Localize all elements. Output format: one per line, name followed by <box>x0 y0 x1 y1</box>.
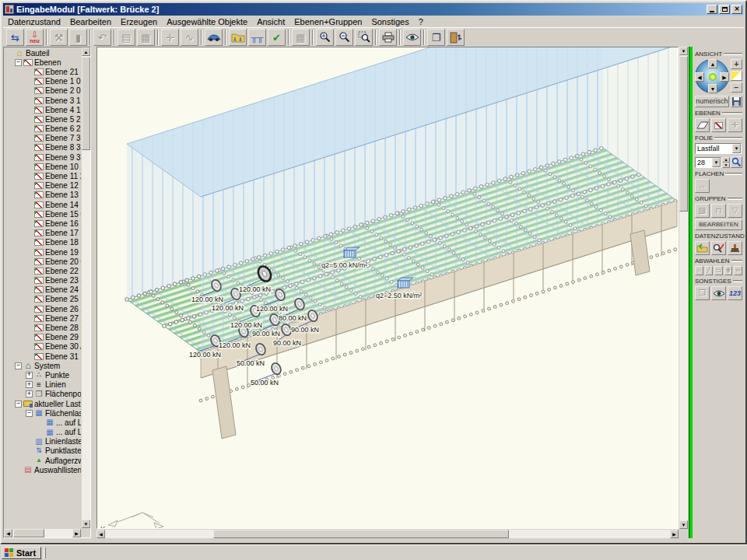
tree-item[interactable]: Ebene 10 3'-2' <box>5 162 81 171</box>
open-position-button[interactable] <box>229 29 247 46</box>
maximize-button[interactable] <box>719 5 730 14</box>
tree-expander-icon[interactable] <box>15 59 22 66</box>
scroll-down-icon[interactable]: ▼ <box>82 520 90 528</box>
check-model-button[interactable]: ✔ <box>268 29 286 46</box>
tree-item[interactable]: Ebene 1 0 <box>5 77 81 86</box>
tree-item[interactable]: Ebene 27 X0 <box>5 313 81 323</box>
folie-type-select[interactable]: Lastfall ▼ <box>695 143 742 154</box>
menu-item[interactable]: Ansicht <box>252 16 289 27</box>
view-shade-button[interactable] <box>731 71 742 81</box>
redraw-button[interactable] <box>403 29 421 46</box>
tree-vertical-scrollbar[interactable]: ▲ ▼ <box>82 47 90 528</box>
traffic-load-button[interactable] <box>205 29 223 46</box>
tree-expander-icon[interactable] <box>15 362 22 369</box>
bearbeiten-button[interactable]: BEARBEITEN <box>695 219 742 230</box>
tree-item[interactable]: Ebene 14 1'-0' <box>5 200 81 209</box>
exit-button[interactable] <box>447 29 465 46</box>
tree-item[interactable]: Ebene 2 0-1 <box>5 86 81 96</box>
stamp-button[interactable] <box>728 241 742 255</box>
view-rotate-pad[interactable]: ▲ ▼ ◀ ▶ <box>695 59 729 93</box>
tree-item[interactable]: System <box>5 361 81 370</box>
tree-item[interactable]: Ebene 22 -.76 <box>5 266 81 275</box>
check-state-button[interactable] <box>711 241 726 255</box>
tree-item[interactable]: Ebene 17 X2 <box>5 229 81 238</box>
tree-item[interactable]: Ebene 19 X4 <box>5 247 81 257</box>
tree-item[interactable]: Auswahllisten <box>5 465 81 474</box>
zoom-out-button[interactable] <box>335 29 353 46</box>
tree-item[interactable]: Ebene 13 1' <box>5 191 81 200</box>
support-dimension-button[interactable]: ╥╥ <box>248 29 266 46</box>
tree-expander-icon[interactable] <box>15 401 22 408</box>
tree-item[interactable]: Punktlasten <box>5 446 81 456</box>
tree-item[interactable]: Punkte <box>5 370 81 380</box>
tree-item[interactable]: Ebene 9 3' <box>5 152 81 162</box>
viewport-vertical-scrollbar[interactable]: ▼ ▼ <box>679 47 688 529</box>
rotate-up-icon[interactable]: ▲ <box>708 59 717 68</box>
tree-item[interactable]: Ebene 21 -.14 <box>5 67 81 76</box>
folie-number-stepper[interactable]: ▲ ▼ <box>722 157 730 168</box>
tree-item[interactable]: Flächenpositione <box>5 390 81 399</box>
tree-item[interactable]: Bauteil <box>5 48 81 58</box>
dropdown-arrow-icon[interactable]: ▼ <box>712 158 721 167</box>
ebene-view-button[interactable] <box>695 118 710 132</box>
tree-item[interactable]: Ebene 23 -1.02 <box>5 276 81 285</box>
menu-item[interactable]: Sonstiges <box>366 16 413 27</box>
tree-item[interactable]: Auflagerzwangsv <box>5 456 81 465</box>
tree-item[interactable]: ... auf Lastfl. <box>5 428 81 437</box>
tree-item[interactable]: Ebene 26 X7 <box>5 304 81 313</box>
title-bar[interactable]: EingabeModul [Faltwerk: Brücke 2] ✕ <box>3 3 744 16</box>
tree-item[interactable]: aktueller Lastfall <box>5 399 81 408</box>
neu-button[interactable]: ⇩ neu <box>26 29 44 46</box>
tree-item[interactable]: Flächenlasten <box>5 408 81 418</box>
tree-item[interactable]: Ebene 25 X6 <box>5 295 81 304</box>
menu-item[interactable]: Erzeugen <box>116 16 162 27</box>
scroll-up-icon[interactable]: ▲ <box>82 47 90 56</box>
tree-item[interactable]: Ebene 7 3 <box>5 134 81 143</box>
start-button[interactable]: Start <box>2 547 41 559</box>
view-zoom-in-button[interactable]: + <box>731 59 742 69</box>
tree-item[interactable]: Linien <box>5 380 81 390</box>
menu-item[interactable]: Bearbeiten <box>65 16 116 27</box>
viewport-hscroll-thumb[interactable] <box>213 530 509 538</box>
load-state-button[interactable] <box>695 241 710 255</box>
scroll-right-icon[interactable]: ▶ <box>72 529 81 537</box>
rotate-right-icon[interactable]: ▶ <box>720 72 729 82</box>
tree-item[interactable]: Ebene 3 1 <box>5 96 81 105</box>
scroll-left-icon[interactable]: ◀ <box>96 530 105 538</box>
close-button[interactable]: ✕ <box>731 5 742 14</box>
zoom-in-button[interactable] <box>316 29 334 46</box>
save-view-button[interactable] <box>731 96 742 107</box>
data-exchange-button[interactable]: ⇆ <box>6 29 24 46</box>
rotate-down-icon[interactable]: ▼ <box>708 84 717 93</box>
numerisch-button[interactable]: numerisch <box>695 96 729 107</box>
menu-item[interactable]: Ausgewählte Objekte <box>162 16 252 27</box>
minimize-button[interactable] <box>707 5 717 14</box>
tree-horizontal-scrollbar[interactable]: ◀ ▶ <box>4 529 81 537</box>
tree-hscroll-thumb[interactable] <box>13 529 44 537</box>
tree-item[interactable]: Ebene 31 Ende <box>5 352 81 361</box>
visibility-button[interactable] <box>711 286 726 300</box>
tree-item[interactable]: Ebene 4 1-2 <box>5 105 81 114</box>
menu-item[interactable]: ? <box>414 16 428 27</box>
tree-expander-icon[interactable] <box>26 410 33 417</box>
tree-vscroll-thumb[interactable] <box>82 57 90 150</box>
tree-item[interactable]: Ebene 8 3-3' <box>5 143 81 152</box>
tree-expander-icon[interactable] <box>26 381 33 388</box>
menu-item[interactable]: Ebenen+Gruppen <box>289 16 366 27</box>
model-viewport[interactable]: q2=5.00 kN/m² q2=2.50 kN/m² <box>96 47 679 529</box>
numbering-button[interactable]: 123 <box>728 286 742 300</box>
tree-item[interactable]: Linienlasten <box>5 437 81 446</box>
manual-button[interactable]: ❐ <box>427 29 445 46</box>
scroll-down-icon[interactable]: ▼ <box>679 520 688 529</box>
menu-item[interactable]: Datenzustand <box>3 16 65 27</box>
tree-expander-icon[interactable] <box>26 372 33 379</box>
print-button[interactable] <box>379 29 397 46</box>
view-zoom-out-button[interactable]: − <box>731 82 742 93</box>
folie-number-select[interactable]: 28 ▼ <box>695 157 721 168</box>
rotate-left-icon[interactable]: ◀ <box>695 72 704 82</box>
tree-item[interactable]: Ebene 12 2'-1' <box>5 181 81 191</box>
tree-item[interactable]: Ebene 11 2' <box>5 171 81 180</box>
tree-item[interactable]: Ebene 29 Randk <box>5 333 81 342</box>
viewport-vscroll-thumb[interactable] <box>679 56 688 212</box>
viewport-horizontal-scrollbar[interactable]: ◀ ▶ <box>96 530 679 538</box>
